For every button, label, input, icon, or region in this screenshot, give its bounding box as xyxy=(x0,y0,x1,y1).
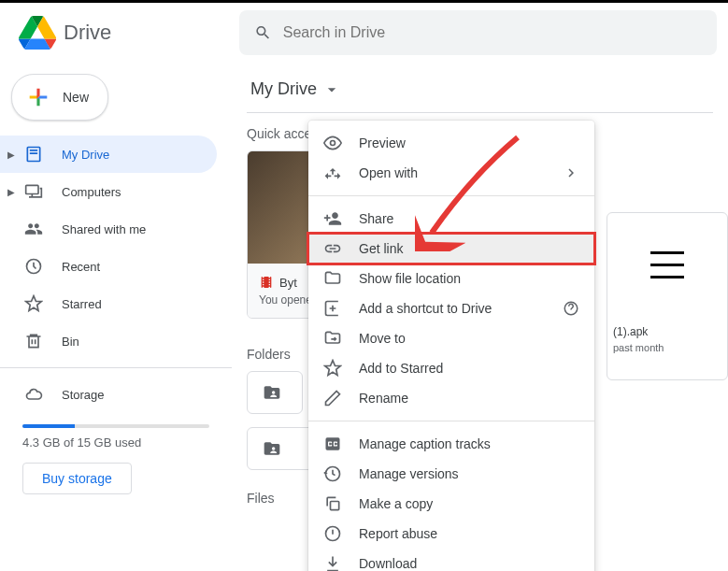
breadcrumb[interactable]: My Drive xyxy=(247,70,713,112)
menu-label: Rename xyxy=(359,391,408,406)
menu-label: Download xyxy=(359,556,417,571)
search-bar[interactable] xyxy=(239,10,717,55)
open-with-icon xyxy=(323,164,342,182)
menu-open-with[interactable]: Open with xyxy=(308,158,594,188)
star-icon xyxy=(323,359,342,378)
menu-label: Make a copy xyxy=(359,496,433,511)
chevron-right-icon xyxy=(563,164,579,181)
divider xyxy=(308,195,594,196)
menu-label: Manage versions xyxy=(359,466,459,481)
drive-icon xyxy=(22,143,45,165)
sidebar-item-label: Recent xyxy=(62,260,100,274)
menu-share[interactable]: Share xyxy=(308,204,594,234)
new-button-label: New xyxy=(63,90,89,105)
menu-report-abuse[interactable]: Report abuse xyxy=(308,519,594,549)
shared-icon xyxy=(22,218,45,240)
person-add-icon xyxy=(323,209,342,228)
search-icon xyxy=(254,23,272,42)
divider xyxy=(0,367,232,368)
app-title: Drive xyxy=(64,21,111,45)
menu-download[interactable]: Download xyxy=(308,549,594,571)
file-thumbnail-icon xyxy=(650,251,684,278)
svg-point-2 xyxy=(331,141,335,146)
sidebar-item-starred[interactable]: Starred xyxy=(0,285,217,322)
storage-section: 4.3 GB of 15 GB used Buy storage xyxy=(0,413,232,498)
history-icon xyxy=(323,464,342,483)
cloud-icon xyxy=(22,383,45,406)
menu-label: Manage caption tracks xyxy=(359,436,491,451)
menu-add-shortcut[interactable]: Add a shortcut to Drive xyxy=(308,293,594,323)
buy-storage-button[interactable]: Buy storage xyxy=(22,463,132,494)
menu-manage-captions[interactable]: Manage caption tracks xyxy=(308,429,594,459)
menu-label: Share xyxy=(359,211,393,226)
shared-folder-icon xyxy=(263,439,281,458)
menu-get-link[interactable]: Get link xyxy=(308,234,594,264)
context-menu: Preview Open with Share Get link Show fi… xyxy=(308,121,594,571)
menu-preview[interactable]: Preview xyxy=(308,128,594,158)
sidebar-item-label: My Drive xyxy=(62,148,109,162)
divider xyxy=(247,112,713,113)
svg-rect-0 xyxy=(26,185,38,193)
file-card[interactable]: (1).apk past month xyxy=(607,212,728,380)
pencil-icon xyxy=(323,389,342,407)
computers-icon xyxy=(22,180,45,203)
sidebar-item-computers[interactable]: ▶ Computers xyxy=(0,173,217,210)
menu-label: Move to xyxy=(359,331,406,346)
video-file-icon xyxy=(259,275,274,290)
header: Drive xyxy=(0,3,728,63)
eye-icon xyxy=(323,134,342,152)
link-icon xyxy=(323,239,342,258)
menu-manage-versions[interactable]: Manage versions xyxy=(308,459,594,489)
sidebar-item-label: Storage xyxy=(62,388,105,402)
menu-rename[interactable]: Rename xyxy=(308,383,594,413)
divider xyxy=(308,421,594,421)
storage-text: 4.3 GB of 15 GB used xyxy=(22,435,209,450)
menu-label: Show file location xyxy=(359,271,461,286)
copy-icon xyxy=(323,494,342,513)
help-icon[interactable] xyxy=(563,300,579,317)
menu-label: Get link xyxy=(359,241,403,256)
logo-area[interactable]: Drive xyxy=(7,14,239,51)
sidebar-item-bin[interactable]: Bin xyxy=(0,322,217,360)
menu-label: Report abuse xyxy=(359,526,437,541)
breadcrumb-label: My Drive xyxy=(250,79,317,99)
sidebar-item-my-drive[interactable]: ▶ My Drive xyxy=(0,136,217,173)
new-button[interactable]: New xyxy=(11,74,108,121)
menu-show-location[interactable]: Show file location xyxy=(308,264,594,293)
menu-label: Preview xyxy=(359,136,406,150)
sidebar-item-storage[interactable]: Storage xyxy=(0,376,217,413)
starred-icon xyxy=(22,293,45,315)
menu-move-to[interactable]: Move to xyxy=(308,323,594,353)
bin-icon xyxy=(22,330,45,352)
chevron-down-icon xyxy=(322,80,341,99)
chevron-right-icon: ▶ xyxy=(7,150,19,160)
sidebar-item-recent[interactable]: Recent xyxy=(0,248,217,285)
sidebar-item-label: Starred xyxy=(62,297,102,311)
shared-folder-icon xyxy=(263,383,281,402)
sidebar-item-label: Bin xyxy=(62,335,79,349)
sidebar: New ▶ My Drive ▶ Computers Shared with m… xyxy=(0,63,232,571)
download-icon xyxy=(323,554,342,571)
cc-icon xyxy=(323,435,342,453)
menu-make-copy[interactable]: Make a copy xyxy=(308,489,594,519)
menu-add-starred[interactable]: Add to Starred xyxy=(308,353,594,383)
quick-card-name: Byt xyxy=(279,276,297,290)
folder-chip[interactable] xyxy=(247,371,303,414)
svg-rect-4 xyxy=(331,502,339,510)
sidebar-item-label: Shared with me xyxy=(62,222,146,236)
menu-label: Open with xyxy=(359,165,418,180)
move-icon xyxy=(323,329,342,348)
file-name: (1).apk xyxy=(613,325,721,338)
alert-icon xyxy=(323,524,342,543)
drive-logo-icon xyxy=(19,14,56,51)
shortcut-icon xyxy=(323,299,342,318)
file-subtitle: past month xyxy=(613,342,721,353)
sidebar-item-label: Computers xyxy=(62,185,121,199)
search-input[interactable] xyxy=(283,24,702,41)
folder-icon xyxy=(323,269,342,288)
sidebar-item-shared[interactable]: Shared with me xyxy=(0,210,217,248)
plus-icon xyxy=(25,84,51,110)
chevron-right-icon: ▶ xyxy=(7,187,19,197)
recent-icon xyxy=(22,255,45,278)
menu-label: Add to Starred xyxy=(359,361,443,376)
